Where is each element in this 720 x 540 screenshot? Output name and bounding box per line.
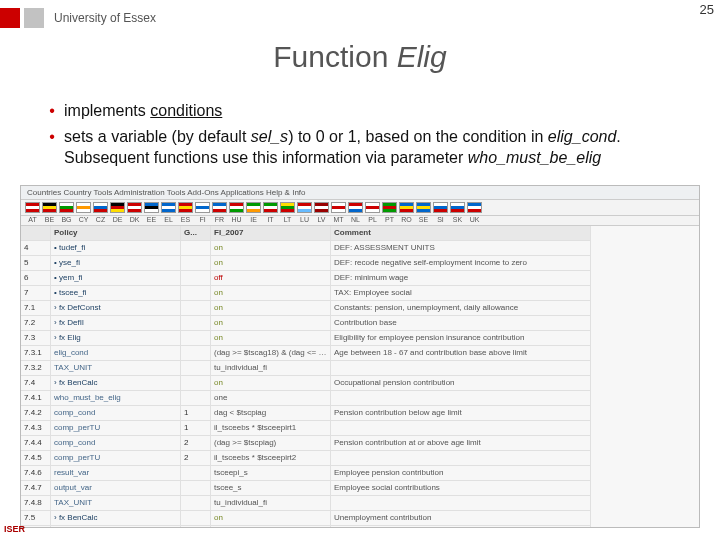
bullet-marker: • <box>40 100 64 122</box>
app-menubar: Countries Country Tools Administration T… <box>21 186 699 200</box>
grid-cell: 6 <box>21 271 51 286</box>
grid-cell: TAX_UNIT <box>51 496 181 511</box>
grid-cell: tu_individual_fi <box>211 496 331 511</box>
country-code: SE <box>416 216 431 223</box>
country-code-bar: ATBEBGCYCZDEDKEEELESFIFRHUIEITLTLULVMTNL… <box>21 216 699 226</box>
grid-cell: Occupational pension contribution <box>331 376 591 391</box>
grid-cell: 7.4 <box>21 376 51 391</box>
grid-cell: 7.4.8 <box>21 496 51 511</box>
page-number: 25 <box>700 2 714 17</box>
country-code: FI <box>195 216 210 223</box>
grid-cell: tsceepi_s <box>211 466 331 481</box>
grid-cell <box>331 496 591 511</box>
grid-cell: 4 <box>21 241 51 256</box>
bullet-2-text: sets a variable (by default sel_s) to 0 … <box>64 126 690 169</box>
grid-cell <box>331 361 591 376</box>
grid-cell: TAX: Employer social <box>331 526 591 528</box>
grid-cell: Constants: pension, unemployment, daily … <box>331 301 591 316</box>
country-code: CY <box>76 216 91 223</box>
grid-cell: (dag >= $tscpiag) <box>211 436 331 451</box>
bullet-1-text: implements <box>64 102 150 119</box>
grid-cell <box>181 271 211 286</box>
iser-logo: ISER <box>4 524 25 534</box>
grid-cell: • tscee_fi <box>51 286 181 301</box>
country-code: NL <box>348 216 363 223</box>
grid-cell: comp_perTU <box>51 421 181 436</box>
slide: 25 University of Essex Function Elig • i… <box>0 0 720 540</box>
grid-cell <box>181 301 211 316</box>
flag-at <box>25 202 40 213</box>
grid-cell: on <box>211 511 331 526</box>
grid-cell: on <box>211 316 331 331</box>
country-code: PL <box>365 216 380 223</box>
country-code: LT <box>280 216 295 223</box>
brand-text: University of Essex <box>54 11 156 25</box>
grid-cell: DEF: ASSESSMENT UNITS <box>331 241 591 256</box>
grid-cell: • tscer_fi <box>51 526 181 528</box>
grid-cell <box>181 376 211 391</box>
country-code: IE <box>246 216 261 223</box>
grid-header: FI_2007 <box>211 226 331 241</box>
grid-header: Policy <box>51 226 181 241</box>
grid-cell: one <box>211 391 331 406</box>
flag-hu <box>229 202 244 213</box>
flag-si <box>433 202 448 213</box>
country-code: DE <box>110 216 125 223</box>
grid-cell: Age between 18 - 67 and contribution bas… <box>331 346 591 361</box>
bullet-1: • implements conditions <box>40 100 690 122</box>
slide-title: Function Elig <box>0 40 720 74</box>
flag-uk <box>467 202 482 213</box>
flag-ro <box>399 202 414 213</box>
country-code: CZ <box>93 216 108 223</box>
flag-se <box>416 202 431 213</box>
grid-cell: 7.4.1 <box>21 391 51 406</box>
policy-grid: PolicyG...FI_2007Comment4• tudef_fionDEF… <box>21 226 699 528</box>
grid-cell: • tudef_fi <box>51 241 181 256</box>
flag-be <box>42 202 57 213</box>
country-code: PT <box>382 216 397 223</box>
grid-cell <box>181 481 211 496</box>
grid-cell: 7.4.4 <box>21 436 51 451</box>
grid-cell: result_var <box>51 466 181 481</box>
grid-cell: 7.1 <box>21 301 51 316</box>
grid-cell <box>181 526 211 528</box>
grid-cell: dag < $tscpiag <box>211 406 331 421</box>
grid-cell: output_var <box>51 481 181 496</box>
country-code: DK <box>127 216 142 223</box>
country-code: MT <box>331 216 346 223</box>
grid-cell: Employee pension contribution <box>331 466 591 481</box>
flag-lu <box>297 202 312 213</box>
grid-cell: (dag >= $tscag18) & (dag <= $tscag67) & … <box>211 346 331 361</box>
grid-cell <box>181 466 211 481</box>
grid-cell: on <box>211 526 331 528</box>
brand-red-square <box>0 8 20 28</box>
flag-sk <box>450 202 465 213</box>
grid-cell: tscee_s <box>211 481 331 496</box>
grid-cell: 7.3.2 <box>21 361 51 376</box>
grid-cell: il_tsceebs * $tsceepirt1 <box>211 421 331 436</box>
brand-bar: University of Essex <box>0 8 156 28</box>
flag-fr <box>212 202 227 213</box>
grid-cell: 1 <box>181 421 211 436</box>
grid-cell: 7.4.6 <box>21 466 51 481</box>
grid-cell: on <box>211 286 331 301</box>
flag-de <box>110 202 125 213</box>
title-plain: Function <box>273 40 396 73</box>
grid-cell: 7.4.2 <box>21 406 51 421</box>
grid-cell <box>181 241 211 256</box>
grid-cell: Pension contribution at or above age lim… <box>331 436 591 451</box>
country-code: BG <box>59 216 74 223</box>
grid-cell: 2 <box>181 451 211 466</box>
flag-dk <box>127 202 142 213</box>
country-code: UK <box>467 216 482 223</box>
bullet-marker: • <box>40 126 64 169</box>
flag-lt <box>280 202 295 213</box>
country-code: SK <box>450 216 465 223</box>
brand-grey-square <box>24 8 44 28</box>
flag-it <box>263 202 278 213</box>
grid-cell <box>331 391 591 406</box>
grid-cell: Eligibility for employee pension insuran… <box>331 331 591 346</box>
grid-cell: who_must_be_elig <box>51 391 181 406</box>
grid-cell: 7.3.1 <box>21 346 51 361</box>
title-em: Elig <box>397 40 447 73</box>
